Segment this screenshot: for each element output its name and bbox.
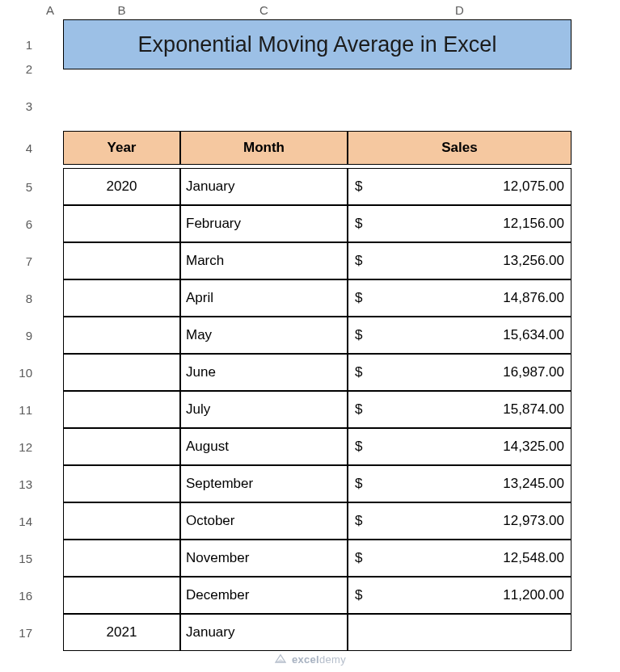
currency-symbol: $ bbox=[355, 513, 362, 529]
cell-year-15[interactable] bbox=[63, 540, 180, 577]
cell-year-14[interactable] bbox=[63, 502, 180, 540]
select-all-corner[interactable] bbox=[0, 0, 37, 19]
cell-year-10[interactable] bbox=[63, 354, 180, 391]
currency-symbol: $ bbox=[355, 178, 362, 195]
row-header-13[interactable]: 13 bbox=[0, 465, 37, 502]
cell-month-16[interactable]: December bbox=[180, 577, 348, 614]
col-header-A[interactable]: A bbox=[37, 0, 63, 19]
col-header-D[interactable]: D bbox=[348, 0, 571, 19]
cell-sales-17[interactable] bbox=[348, 614, 571, 651]
row-header-11[interactable]: 11 bbox=[0, 391, 37, 428]
cell-year-17[interactable]: 2021 bbox=[63, 614, 180, 651]
sales-value: 14,876.00 bbox=[362, 290, 564, 306]
cell-sales-14[interactable]: $12,973.00 bbox=[348, 502, 571, 540]
cell-A12[interactable] bbox=[37, 428, 63, 465]
row-header-5[interactable]: 5 bbox=[0, 168, 37, 205]
cell-month-13[interactable]: September bbox=[180, 465, 348, 502]
row-header-7[interactable]: 7 bbox=[0, 242, 37, 279]
cell-A15[interactable] bbox=[37, 540, 63, 577]
col-header-C[interactable]: C bbox=[180, 0, 348, 19]
cell-A5[interactable] bbox=[37, 168, 63, 205]
header-sales[interactable]: Sales bbox=[348, 131, 571, 165]
cell-month-14[interactable]: October bbox=[180, 502, 348, 540]
currency-symbol: $ bbox=[355, 216, 362, 232]
cell-A9[interactable] bbox=[37, 317, 63, 354]
cell-sales-6[interactable]: $12,156.00 bbox=[348, 205, 571, 242]
cell-year-11[interactable] bbox=[63, 391, 180, 428]
row-header-8[interactable]: 8 bbox=[0, 279, 37, 317]
cell-year-8[interactable] bbox=[63, 279, 180, 317]
cell-month-7[interactable]: March bbox=[180, 242, 348, 279]
cell-row2[interactable] bbox=[37, 57, 571, 81]
cell-A17[interactable] bbox=[37, 614, 63, 651]
cell-sales-13[interactable]: $13,245.00 bbox=[348, 465, 571, 502]
cell-sales-8[interactable]: $14,876.00 bbox=[348, 279, 571, 317]
cell-year-6[interactable] bbox=[63, 205, 180, 242]
row-header-12[interactable]: 12 bbox=[0, 428, 37, 465]
row-header-15[interactable]: 15 bbox=[0, 540, 37, 577]
header-month[interactable]: Month bbox=[180, 131, 348, 165]
cell-year-12[interactable] bbox=[63, 428, 180, 465]
row-header-17[interactable]: 17 bbox=[0, 614, 37, 651]
cell-sales-16[interactable]: $11,200.00 bbox=[348, 577, 571, 614]
row-header-9[interactable]: 9 bbox=[0, 317, 37, 354]
cell-A10[interactable] bbox=[37, 354, 63, 391]
watermark-brand: exceldemy bbox=[292, 653, 346, 666]
cell-month-8[interactable]: April bbox=[180, 279, 348, 317]
cell-row3[interactable] bbox=[37, 94, 571, 118]
cell-year-13[interactable] bbox=[63, 465, 180, 502]
cell-A6[interactable] bbox=[37, 205, 63, 242]
cell-month-9[interactable]: May bbox=[180, 317, 348, 354]
sales-value: 15,874.00 bbox=[362, 401, 564, 418]
cell-sales-5[interactable]: $12,075.00 bbox=[348, 168, 571, 205]
sales-value: 13,245.00 bbox=[362, 476, 564, 492]
currency-symbol: $ bbox=[355, 401, 362, 418]
col-header-B[interactable]: B bbox=[63, 0, 180, 19]
currency-symbol: $ bbox=[355, 476, 362, 492]
page-title: Exponential Moving Average in Excel bbox=[138, 32, 497, 57]
cell-A16[interactable] bbox=[37, 577, 63, 614]
sales-value: 15,634.00 bbox=[362, 327, 564, 343]
sales-value: 13,256.00 bbox=[362, 253, 564, 269]
sales-value: 12,548.00 bbox=[362, 550, 564, 566]
sales-value: 11,200.00 bbox=[362, 587, 564, 603]
cell-A7[interactable] bbox=[37, 242, 63, 279]
cell-sales-15[interactable]: $12,548.00 bbox=[348, 540, 571, 577]
currency-symbol: $ bbox=[355, 290, 362, 306]
watermark: exceldemy bbox=[0, 653, 620, 666]
cell-A14[interactable] bbox=[37, 502, 63, 540]
row-header-10[interactable]: 10 bbox=[0, 354, 37, 391]
row-header-2[interactable]: 2 bbox=[0, 57, 37, 81]
cell-month-6[interactable]: February bbox=[180, 205, 348, 242]
cell-month-12[interactable]: August bbox=[180, 428, 348, 465]
cell-year-16[interactable] bbox=[63, 577, 180, 614]
cell-sales-11[interactable]: $15,874.00 bbox=[348, 391, 571, 428]
currency-symbol: $ bbox=[355, 253, 362, 269]
sales-value: 14,325.00 bbox=[362, 439, 564, 455]
row-header-14[interactable]: 14 bbox=[0, 502, 37, 540]
cell-A8[interactable] bbox=[37, 279, 63, 317]
cell-sales-9[interactable]: $15,634.00 bbox=[348, 317, 571, 354]
row-header-3[interactable]: 3 bbox=[0, 94, 37, 118]
cell-sales-10[interactable]: $16,987.00 bbox=[348, 354, 571, 391]
cell-year-9[interactable] bbox=[63, 317, 180, 354]
cell-year-5[interactable]: 2020 bbox=[63, 168, 180, 205]
cell-month-10[interactable]: June bbox=[180, 354, 348, 391]
cell-year-7[interactable] bbox=[63, 242, 180, 279]
header-year[interactable]: Year bbox=[63, 131, 180, 165]
cell-month-17[interactable]: January bbox=[180, 614, 348, 651]
row-header-6[interactable]: 6 bbox=[0, 205, 37, 242]
row-header-16[interactable]: 16 bbox=[0, 577, 37, 614]
sales-value: 12,156.00 bbox=[362, 216, 564, 232]
sales-value: 16,987.00 bbox=[362, 364, 564, 380]
cell-sales-12[interactable]: $14,325.00 bbox=[348, 428, 571, 465]
cell-sales-7[interactable]: $13,256.00 bbox=[348, 242, 571, 279]
row-header-4[interactable]: 4 bbox=[0, 131, 37, 165]
sales-value: 12,075.00 bbox=[362, 178, 564, 195]
cell-month-15[interactable]: November bbox=[180, 540, 348, 577]
cell-month-5[interactable]: January bbox=[180, 168, 348, 205]
cell-A13[interactable] bbox=[37, 465, 63, 502]
cell-A4[interactable] bbox=[37, 131, 63, 165]
cell-month-11[interactable]: July bbox=[180, 391, 348, 428]
cell-A11[interactable] bbox=[37, 391, 63, 428]
